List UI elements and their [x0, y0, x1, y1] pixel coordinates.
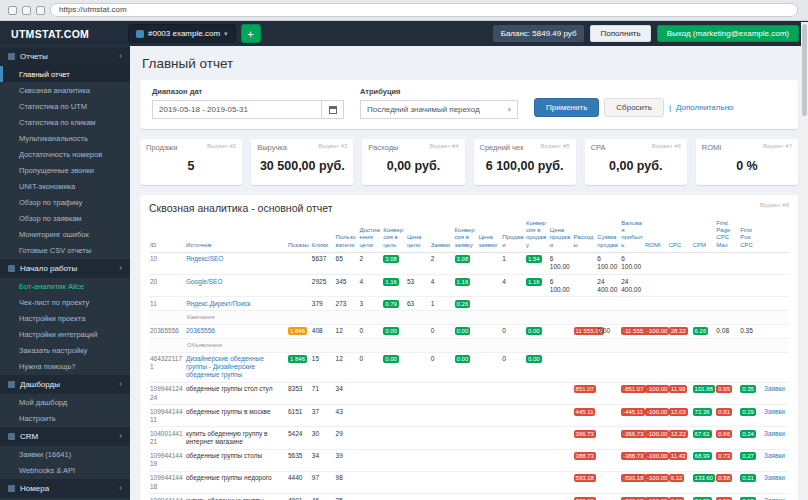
sidebar-item[interactable]: Заказать настройку	[0, 342, 130, 358]
column-header[interactable]: First Page CPC Max	[715, 219, 739, 252]
row-actions	[763, 252, 789, 274]
sidebar-item[interactable]: Нужна помощь?	[0, 358, 130, 374]
topup-button[interactable]: Пополнить	[590, 25, 650, 42]
source-link[interactable]: 20365556	[186, 327, 215, 334]
url-bar[interactable]: https://utmstat.com	[50, 3, 798, 17]
column-header[interactable]: Клики	[311, 219, 335, 252]
sidebar-item[interactable]: Обзор по трафику	[0, 194, 130, 210]
sidebar-item[interactable]: Мой дашборд	[0, 394, 130, 410]
leads-link[interactable]: Заявки	[764, 408, 785, 415]
window-icon[interactable]	[8, 6, 17, 15]
column-header[interactable]: Цена продажи	[549, 219, 573, 252]
sidebar-item[interactable]: Заявки (16641)	[0, 446, 130, 462]
refresh-icon[interactable]	[36, 6, 45, 15]
metric-cell	[596, 405, 620, 427]
logout-button[interactable]: Выход (marketing@example.com)	[657, 25, 799, 42]
column-header[interactable]: Конверсия в цель	[382, 219, 406, 252]
column-header[interactable]: Валовая прибыль	[620, 219, 644, 252]
sidebar-item[interactable]: Сквозная аналитика	[0, 82, 130, 98]
metric-cell	[596, 352, 620, 382]
column-header[interactable]: Сумма продаж	[596, 219, 620, 252]
row-actions	[763, 275, 789, 297]
scrollbar-thumb[interactable]	[802, 24, 807, 116]
column-header[interactable]: CPC	[668, 219, 692, 252]
column-header[interactable]: Продажи	[501, 219, 525, 252]
column-header[interactable]: Достижения цели	[358, 219, 382, 252]
metric-cell	[454, 494, 478, 500]
metric-cell: 2	[358, 252, 382, 274]
column-header[interactable]: Цена цели	[406, 219, 430, 252]
sidebar-section-header[interactable]: Дашборды›	[0, 375, 130, 394]
leads-link[interactable]: Заявки	[764, 452, 785, 459]
metric-cell	[525, 405, 549, 427]
calendar-button[interactable]	[322, 100, 344, 119]
report-widget-tag: Виджет #8	[760, 202, 789, 208]
sidebar-item[interactable]: Настроить	[0, 410, 130, 426]
column-header[interactable]: First Pos CPC	[739, 219, 763, 252]
source-link[interactable]: Дизайнерские обеденные группы - Дизайнер…	[186, 355, 264, 378]
sidebar-item[interactable]: Главный отчет	[0, 66, 130, 82]
column-header[interactable]: Конверсия в продажу	[525, 219, 549, 252]
sidebar-section-header[interactable]: Номера›	[0, 479, 130, 498]
row-actions: Заявки	[763, 449, 789, 471]
metric-cell: 1.16	[525, 275, 549, 297]
source-link[interactable]: Яндекс/SEO	[186, 255, 223, 262]
page-scrollbar[interactable]	[801, 22, 808, 500]
project-selector[interactable]: #0003 example.com ▾	[128, 24, 236, 43]
column-header[interactable]	[763, 219, 789, 252]
sidebar-item[interactable]: Мультиканальность	[0, 130, 130, 146]
metric-cell: 3	[358, 297, 382, 311]
metric-cell: 5424	[287, 427, 311, 449]
sidebar-item[interactable]: Пропущенные звонки	[0, 162, 130, 178]
sidebar-section-header[interactable]: Отчеты›	[0, 47, 130, 66]
sidebar-section-header[interactable]: CRM›	[0, 427, 130, 446]
sidebar-item[interactable]: UNIT-экономика	[0, 178, 130, 194]
column-header[interactable]: Цена заявки	[477, 219, 501, 252]
metric-cell: 0.79	[382, 297, 406, 311]
green-badge: 0.00	[455, 355, 471, 363]
sidebar-item[interactable]: Обзор по заявкам	[0, 210, 130, 226]
column-header[interactable]: Заявки	[430, 219, 454, 252]
source-link[interactable]: Яндекс.Директ/Поиск	[186, 300, 251, 307]
leads-link[interactable]: Заявки	[764, 497, 785, 500]
column-header[interactable]: CPM	[692, 219, 716, 252]
advanced-link[interactable]: Дополнительно	[676, 103, 734, 112]
column-header[interactable]: Показы	[287, 219, 311, 252]
source-link[interactable]: Google/SEO	[186, 278, 223, 285]
sidebar-item[interactable]: Чек-лист по проекту	[0, 294, 130, 310]
column-header[interactable]: Конверсия в заявку	[454, 219, 478, 252]
kpi-card: ВыручкаВиджет #330 500,00 руб.	[251, 139, 353, 185]
date-range-input[interactable]	[152, 100, 322, 119]
sidebar-item[interactable]: Статистика по кликам	[0, 114, 130, 130]
apply-button[interactable]: Применить	[534, 98, 599, 117]
sidebar-item[interactable]: Webhooks & API	[0, 462, 130, 478]
sidebar-item[interactable]: Статистика по UTM	[0, 98, 130, 114]
sidebar-item[interactable]: Достаточность номеров	[0, 146, 130, 162]
sidebar-item[interactable]: Бот-аналитик Alice	[0, 278, 130, 294]
metric-cell	[287, 297, 311, 311]
metric-cell	[692, 252, 716, 274]
column-header[interactable]: ROMI	[644, 219, 668, 252]
column-header[interactable]: Источник	[185, 219, 287, 252]
sidebar-item[interactable]: Настройки интеграций	[0, 326, 130, 342]
metric-cell: 35	[335, 494, 359, 500]
add-project-button[interactable]: +	[241, 24, 261, 43]
reset-button[interactable]: Сбросить	[604, 98, 664, 117]
metric-cell	[668, 297, 692, 311]
column-header[interactable]: Пользователи	[335, 219, 359, 252]
sidebar-item[interactable]: Готовые CSV отчеты	[0, 242, 130, 258]
leads-link[interactable]: Заявки	[764, 474, 785, 481]
logo[interactable]: UTMSTAT.COM	[0, 28, 128, 40]
column-header[interactable]: Расходы	[573, 219, 597, 252]
red-badge: 6.66	[669, 497, 685, 500]
sidebar-item[interactable]: Настройки проекта	[0, 310, 130, 326]
red-badge: 0.73	[716, 452, 732, 460]
tab-icon[interactable]	[22, 6, 31, 15]
sidebar-section-header[interactable]: Начало работы›	[0, 259, 130, 278]
metric-cell	[596, 471, 620, 493]
sidebar-item[interactable]: Мониторинг ошибок	[0, 226, 130, 242]
leads-link[interactable]: Заявки	[764, 430, 785, 437]
leads-link[interactable]: Заявки	[764, 385, 785, 392]
column-header[interactable]: ID	[149, 219, 185, 252]
attribution-select[interactable]: Последний значимый переход ▾	[360, 100, 518, 119]
